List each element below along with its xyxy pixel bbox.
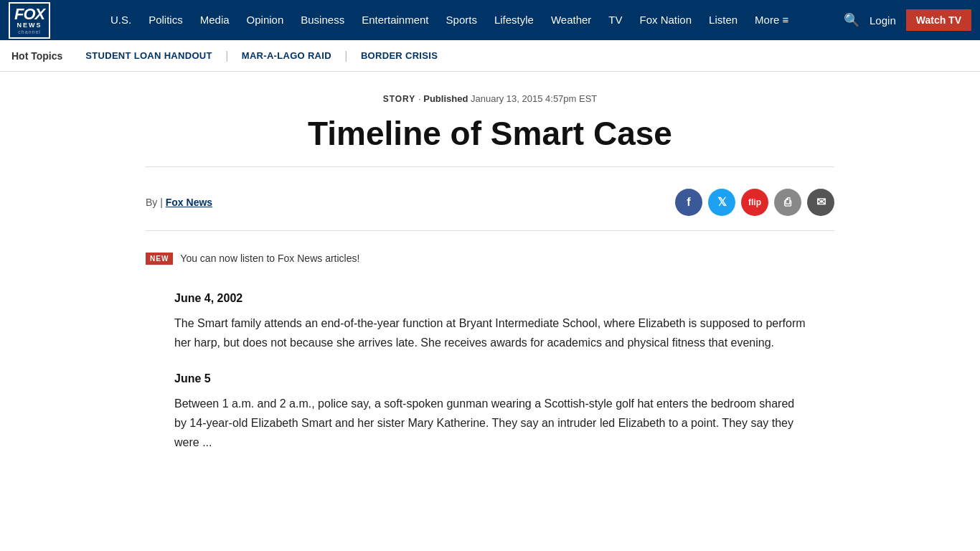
nav-item-media[interactable]: Media xyxy=(192,14,238,27)
share-email-button[interactable]: ✉ xyxy=(807,189,834,216)
section-date-2: June 5 xyxy=(174,372,806,385)
nav-item-politics[interactable]: Politics xyxy=(140,14,192,27)
search-button[interactable]: 🔍 xyxy=(844,12,859,28)
nav-item-lifestyle[interactable]: Lifestyle xyxy=(486,14,542,27)
channel-logo-text: channel xyxy=(18,29,41,34)
share-flipboard-button[interactable]: flip xyxy=(741,189,768,216)
published-label: Published xyxy=(423,93,468,104)
section-para-1: The Smart family attends an end-of-the-y… xyxy=(174,314,806,352)
nav-item-opinion[interactable]: Opinion xyxy=(238,14,293,27)
nav-right-actions: 🔍 Login Watch TV xyxy=(844,9,971,31)
section-para-2: Between 1 a.m. and 2 a.m., police say, a… xyxy=(174,394,806,453)
author-link[interactable]: Fox News xyxy=(166,197,212,208)
fox-logo-text: FOX xyxy=(14,6,44,22)
hot-topic-student-loan[interactable]: STUDENT LOAN HANDOUT xyxy=(75,50,222,61)
article-title: Timeline of Smart Case xyxy=(146,116,834,167)
separator-1: | xyxy=(222,50,232,62)
login-button[interactable]: Login xyxy=(870,14,896,27)
hot-topics-label: Hot Topics xyxy=(11,50,62,62)
hot-topics-bar: Hot Topics STUDENT LOAN HANDOUT | MAR-A-… xyxy=(0,40,980,72)
nav-item-us[interactable]: U.S. xyxy=(102,14,140,27)
nav-item-tv[interactable]: TV xyxy=(600,14,631,27)
article-body: June 4, 2002 The Smart family attends an… xyxy=(174,292,806,453)
hot-topic-mar-a-lago[interactable]: MAR-A-LAGO RAID xyxy=(232,50,341,61)
section-date-1: June 4, 2002 xyxy=(174,292,806,305)
nav-item-business[interactable]: Business xyxy=(292,14,353,27)
share-facebook-button[interactable]: f xyxy=(675,189,702,216)
new-badge-text: You can now listen to Fox News articles! xyxy=(180,253,359,264)
separator-2: | xyxy=(341,50,351,62)
byline-row: By | Fox News f 𝕏 flip ⎙ ✉ xyxy=(146,182,834,231)
new-badge: NEW xyxy=(146,253,173,265)
share-twitter-button[interactable]: 𝕏 xyxy=(708,189,735,216)
new-badge-row: NEW You can now listen to Fox News artic… xyxy=(146,245,834,272)
nav-item-sports[interactable]: Sports xyxy=(438,14,486,27)
byline: By | Fox News xyxy=(146,197,212,208)
nav-item-fox-nation[interactable]: Fox Nation xyxy=(631,14,701,27)
main-content: STORY · Published January 13, 2015 4:57p… xyxy=(131,72,849,493)
logo[interactable]: FOX NEWS channel xyxy=(9,0,95,40)
nav-item-entertainment[interactable]: Entertainment xyxy=(353,14,437,27)
story-label: STORY xyxy=(383,94,416,104)
hot-topic-border-crisis[interactable]: BORDER CRISIS xyxy=(351,50,448,61)
story-meta: STORY · Published January 13, 2015 4:57p… xyxy=(146,93,834,104)
nav-menu: U.S. Politics Media Opinion Business Ent… xyxy=(102,14,844,27)
byline-prefix: By | xyxy=(146,197,163,208)
nav-item-listen[interactable]: Listen xyxy=(700,14,746,27)
share-buttons: f 𝕏 flip ⎙ ✉ xyxy=(675,189,834,216)
news-logo-text: NEWS xyxy=(17,22,42,29)
nav-item-more[interactable]: More ≡ xyxy=(746,14,797,27)
share-print-button[interactable]: ⎙ xyxy=(774,189,801,216)
published-date: January 13, 2015 4:57pm EST xyxy=(471,93,597,104)
nav-item-weather[interactable]: Weather xyxy=(542,14,600,27)
watch-tv-button[interactable]: Watch TV xyxy=(906,9,971,31)
top-navigation: FOX NEWS channel U.S. Politics Media Opi… xyxy=(0,0,980,40)
